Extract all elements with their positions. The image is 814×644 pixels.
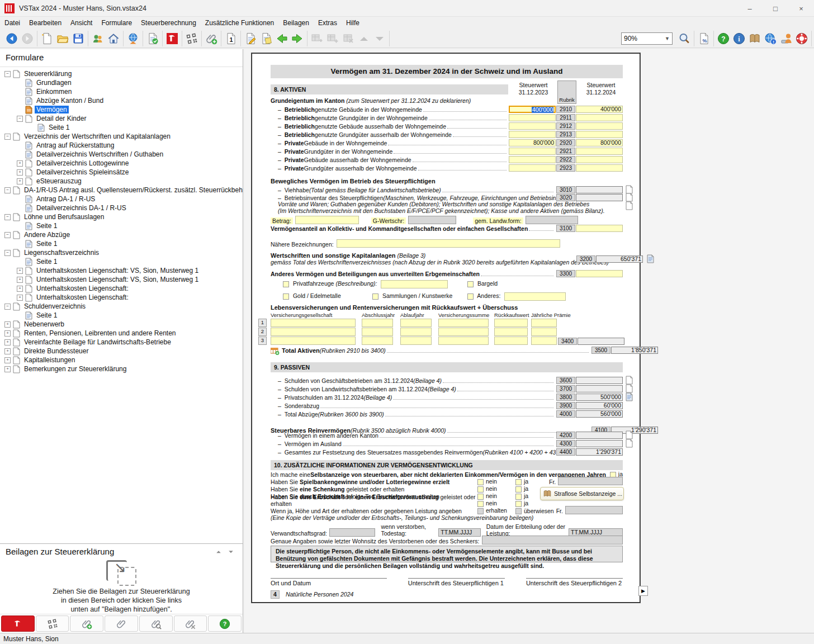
page-one-icon[interactable]: 1	[223, 31, 239, 46]
tree-collapse-icon[interactable]: −	[4, 134, 11, 140]
field-2920-2024[interactable]: 800'000	[576, 139, 623, 146]
insurance-field[interactable]	[400, 319, 432, 327]
tree-expand-icon[interactable]: +	[4, 348, 11, 354]
insurance-field[interactable]	[494, 337, 528, 345]
insurance-field[interactable]	[531, 337, 557, 345]
home-icon[interactable]	[106, 31, 121, 46]
form-note-icon[interactable]	[258, 31, 274, 46]
ueberwiesen-checkbox[interactable]	[515, 508, 522, 514]
field-2911-2024[interactable]	[576, 114, 623, 121]
tree-item-löhne-und-berufsauslagen[interactable]: −Löhne und Berufsauslagen	[0, 212, 243, 221]
document-link-icon[interactable]	[625, 392, 636, 401]
tree-collapse-icon[interactable]: −	[4, 214, 11, 220]
tree-item-detailverzeichnis-spieleinsätze[interactable]: +Detailverzeichnis Spieleinsätze	[0, 168, 243, 177]
field-2910-2023[interactable]: 400'000	[509, 106, 556, 113]
tree-collapse-icon[interactable]: −	[4, 304, 11, 310]
attach-toolbar-attach-button[interactable]	[105, 615, 138, 632]
privatfahrzeuge-input[interactable]	[381, 280, 448, 288]
tree-expand-icon[interactable]: +	[4, 366, 11, 372]
menu-steuerberechnung[interactable]: Steuerberechnung	[136, 18, 201, 28]
tree-item-liegenschaftsverzeichnis[interactable]: −Liegenschaftsverzeichnis	[0, 248, 243, 257]
tree-expand-icon[interactable]: +	[17, 277, 23, 283]
tree-expand-icon[interactable]: +	[17, 178, 23, 184]
table-add-icon[interactable]	[271, 348, 280, 354]
open-file-icon[interactable]	[55, 31, 70, 46]
document-link-icon[interactable]	[646, 254, 657, 263]
insurance-field[interactable]	[494, 319, 528, 327]
field-3100[interactable]	[576, 225, 623, 232]
lifebuoy-icon[interactable]	[794, 31, 810, 46]
ja-checkbox[interactable]	[515, 486, 522, 493]
prev-form-icon[interactable]	[274, 31, 290, 46]
menu-zus-tzliche-funktionen[interactable]: Zusätzliche Funktionen	[201, 18, 278, 28]
field-2920-2023[interactable]: 800'000	[509, 139, 556, 146]
tree-collapse-icon[interactable]: −	[4, 250, 11, 256]
straflose-selbstanzeige-button[interactable]: Straflose Selbstanzeige ...	[540, 487, 624, 500]
new-document-icon[interactable]	[39, 31, 55, 46]
tree-item-detailverzeichnis-da-1-r-us[interactable]: Detailverzeichnis DA-1 / R-US	[0, 203, 243, 212]
form-edit-icon[interactable]	[243, 31, 258, 46]
zoom-select[interactable]: 90% ▼	[621, 32, 673, 45]
insurance-field[interactable]	[438, 319, 489, 327]
field-2911-2023[interactable]	[509, 114, 556, 121]
tree-item-unterhaltskosten-liegenschaft-vs-sion-mu[interactable]: +Unterhaltskosten Liegenschaft: VS, Sion…	[0, 266, 243, 275]
tree-item-unterhaltskosten-liegenschaft-vs-sion-mu[interactable]: +Unterhaltskosten Liegenschaft: VS, Sion…	[0, 275, 243, 284]
tree-item-seite-1[interactable]: Seite 1	[0, 123, 243, 132]
tree-item-esteuerauszug[interactable]: +eSteuerauszug	[0, 177, 243, 186]
erhalten-checkbox[interactable]	[477, 508, 484, 514]
insurance-field[interactable]	[531, 319, 557, 327]
ja-checkbox[interactable]	[515, 479, 522, 485]
support-user-icon[interactable]	[778, 31, 794, 46]
tree-expand-icon[interactable]: +	[4, 357, 11, 363]
insurance-field[interactable]	[531, 328, 557, 336]
insurance-field[interactable]	[271, 319, 356, 327]
magnifier-icon[interactable]	[676, 31, 692, 46]
tree-item-seite-1[interactable]: Seite 1	[0, 221, 243, 230]
collapse-up-icon[interactable]	[212, 547, 225, 556]
tree-item-vermögen[interactable]: Vermögen	[0, 105, 243, 114]
tree-collapse-icon[interactable]: −	[17, 116, 23, 122]
tree-item-verzeichnis-der-wertschriften-und-kapita[interactable]: −Verzeichnis der Wertschriften und Kapit…	[0, 132, 243, 141]
insurance-field[interactable]	[494, 328, 528, 336]
menu-hilfe[interactable]: Hilfe	[342, 18, 364, 28]
menu-ansicht[interactable]: Ansicht	[66, 18, 97, 28]
attach-toolbar-help-button[interactable]: ?	[208, 615, 242, 632]
ja-checkbox[interactable]	[515, 494, 522, 500]
tree-expand-icon[interactable]: +	[17, 268, 23, 274]
tree-item-antrag-da-1-r-us[interactable]: Antrag DA-1 / R-US	[0, 195, 243, 203]
attachments-dropzone[interactable]: ↘ Ziehen Sie die Beilagen zur Steuererkl…	[0, 560, 243, 614]
tree-item-kapitalleistungen[interactable]: +Kapitalleistungen	[0, 356, 243, 364]
insurance-field[interactable]	[400, 328, 432, 336]
insurance-field[interactable]	[362, 337, 393, 345]
tree-expand-icon[interactable]: +	[4, 321, 11, 328]
nein-checkbox[interactable]	[477, 494, 484, 500]
tree-item-detailverzeichnis-wertschriften-guthaben[interactable]: Detailverzeichnis Wertschriften / Guthab…	[0, 150, 243, 159]
tree-item-seite-1[interactable]: Seite 1	[0, 257, 243, 266]
menu-datei[interactable]: Datei	[0, 18, 25, 28]
attach-add-icon[interactable]	[204, 31, 219, 46]
field-2921-2024[interactable]	[576, 148, 623, 155]
menu-extras[interactable]: Extras	[314, 18, 342, 28]
next-form-icon[interactable]	[290, 31, 305, 46]
next-page-button[interactable]: ▶	[638, 586, 648, 596]
zoom-page-icon[interactable]: %	[696, 31, 712, 46]
gold-checkbox[interactable]	[283, 293, 289, 300]
attach-toolbar-vstax-button[interactable]	[1, 615, 35, 632]
bargeld-checkbox[interactable]	[467, 281, 474, 287]
field-2921-2023[interactable]	[509, 148, 556, 155]
insurance-field[interactable]	[438, 328, 489, 336]
attach-toolbar-scan-button[interactable]	[36, 615, 69, 632]
menu-bearbeiten[interactable]: Bearbeiten	[25, 18, 66, 28]
handbook-icon[interactable]	[747, 31, 763, 46]
minimize-button[interactable]: –	[737, 0, 763, 17]
document-link-icon[interactable]	[625, 430, 636, 439]
field-2922-2023[interactable]	[509, 156, 556, 163]
tree-item-direkte-bundessteuer[interactable]: +Direkte Bundessteuer	[0, 347, 243, 356]
tree-item-seite-1[interactable]: Seite 1	[0, 239, 243, 248]
tree-item-antrag-auf-rückerstattung[interactable]: Antrag auf Rückerstattung	[0, 141, 243, 150]
field-2912-2023[interactable]	[509, 122, 556, 130]
help-icon[interactable]: ?	[716, 31, 731, 46]
collapse-down-icon[interactable]	[225, 547, 237, 556]
document-link-icon[interactable]	[625, 439, 636, 448]
tree-item-abzüge-kanton-bund[interactable]: Abzüge Kanton / Bund	[0, 96, 243, 105]
